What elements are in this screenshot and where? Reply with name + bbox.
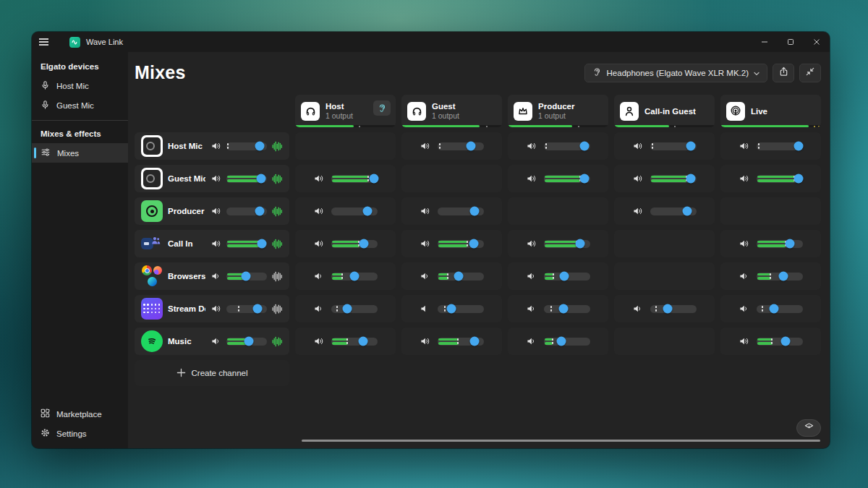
channel-strip-music[interactable]: Music — [135, 328, 289, 355]
speaker-icon[interactable] — [632, 174, 643, 184]
slider-knob[interactable] — [686, 174, 696, 184]
volume-slider[interactable] — [331, 207, 378, 215]
output-device-select[interactable]: Headphones (Elgato Wave XLR MK.2) — [584, 64, 767, 82]
slider-knob[interactable] — [793, 174, 803, 184]
volume-slider[interactable] — [438, 273, 484, 281]
mix-cell-guest-mic-host[interactable] — [295, 165, 396, 192]
sidebar-item-guest-mic[interactable]: Guest Mic — [32, 95, 128, 115]
slider-knob[interactable] — [343, 304, 352, 314]
close-button[interactable] — [804, 32, 830, 52]
slider-knob[interactable] — [793, 142, 803, 151]
create-channel-button[interactable]: Create channel — [135, 360, 289, 386]
mix-cell-browsers-host[interactable] — [295, 262, 396, 290]
slider-knob[interactable] — [470, 337, 480, 346]
effects-waveform-icon[interactable] — [272, 239, 283, 249]
volume-slider[interactable] — [650, 305, 697, 313]
slider-knob[interactable] — [686, 142, 696, 151]
volume-slider[interactable] — [226, 338, 267, 346]
speaker-icon[interactable] — [210, 239, 221, 249]
slider-knob[interactable] — [683, 207, 692, 216]
volume-slider[interactable] — [757, 273, 803, 281]
channel-strip-host-mic[interactable]: Host Mic — [135, 132, 289, 160]
volume-slider[interactable] — [226, 273, 267, 281]
speaker-icon[interactable] — [526, 174, 537, 184]
volume-slider[interactable] — [650, 207, 697, 215]
share-button[interactable] — [773, 64, 794, 82]
slider-knob[interactable] — [580, 174, 590, 184]
menu-button[interactable] — [32, 32, 55, 52]
volume-slider[interactable] — [544, 273, 590, 281]
mix-cell-guest-mic-live[interactable] — [720, 165, 821, 192]
effects-waveform-icon[interactable] — [272, 206, 283, 217]
effects-waveform-icon[interactable] — [272, 271, 283, 282]
slider-knob[interactable] — [350, 272, 359, 281]
volume-slider[interactable] — [650, 175, 697, 183]
speaker-icon[interactable] — [632, 206, 643, 216]
slider-knob[interactable] — [469, 239, 478, 249]
mix-cell-producer-guest[interactable] — [401, 197, 502, 225]
volume-slider[interactable] — [757, 142, 803, 150]
slider-knob[interactable] — [575, 239, 584, 249]
speaker-icon[interactable] — [210, 206, 221, 216]
slider-knob[interactable] — [252, 304, 262, 314]
volume-slider[interactable] — [226, 142, 267, 150]
volume-slider[interactable] — [226, 175, 267, 183]
mix-cell-host-mic-call-in-guest[interactable] — [614, 132, 715, 160]
mix-cell-guest-mic-producer[interactable] — [508, 165, 608, 192]
slider-knob[interactable] — [779, 272, 788, 281]
mix-cell-call-in-guest[interactable] — [401, 230, 502, 257]
mix-cell-host-mic-live[interactable] — [720, 132, 821, 160]
mix-column-header-host[interactable]: Host1 output — [295, 95, 396, 127]
speaker-icon[interactable] — [739, 174, 749, 184]
speaker-icon[interactable] — [420, 239, 430, 249]
volume-slider[interactable] — [331, 305, 378, 313]
slider-knob[interactable] — [770, 304, 779, 314]
speaker-icon[interactable] — [739, 271, 749, 281]
volume-slider[interactable] — [438, 207, 484, 215]
channel-strip-guest-mic[interactable]: Guest Mic — [135, 165, 289, 192]
slider-knob[interactable] — [359, 239, 368, 249]
mix-cell-producer-call-in-guest[interactable] — [614, 197, 715, 225]
sidebar-item-mixes[interactable]: Mixes — [32, 143, 128, 163]
mix-cell-call-in-host[interactable] — [295, 230, 396, 257]
speaker-icon[interactable] — [526, 141, 537, 151]
volume-slider[interactable] — [438, 338, 484, 346]
speaker-icon[interactable] — [632, 304, 643, 314]
channel-strip-call-in[interactable]: Call In — [135, 230, 289, 257]
speaker-icon[interactable] — [313, 271, 324, 281]
slider-knob[interactable] — [255, 207, 264, 216]
slider-knob[interactable] — [257, 174, 266, 184]
mix-cell-host-mic-producer[interactable] — [508, 132, 608, 160]
slider-knob[interactable] — [557, 337, 566, 346]
sidebar-item-settings[interactable]: Settings — [32, 424, 128, 443]
speaker-icon[interactable] — [313, 304, 324, 314]
mix-cell-stream-deck-host[interactable] — [295, 295, 396, 322]
speaker-icon[interactable] — [420, 336, 430, 346]
mix-column-header-call-in-guest[interactable]: Call-in Guest — [614, 95, 715, 127]
volume-slider[interactable] — [544, 305, 590, 313]
volume-slider[interactable] — [544, 175, 590, 183]
effects-waveform-icon[interactable] — [272, 336, 283, 347]
sidebar-item-marketplace[interactable]: Marketplace — [32, 404, 128, 424]
mix-cell-stream-deck-producer[interactable] — [508, 295, 608, 322]
speaker-icon[interactable] — [313, 206, 324, 216]
monitoring-ear-icon[interactable] — [373, 100, 391, 116]
speaker-icon[interactable] — [739, 336, 749, 346]
slider-knob[interactable] — [362, 207, 372, 216]
horizontal-scrollbar[interactable] — [302, 440, 820, 442]
sidebar-item-host-mic[interactable]: Host Mic — [32, 76, 128, 95]
speaker-icon[interactable] — [420, 141, 430, 151]
mix-cell-music-guest[interactable] — [401, 328, 502, 355]
volume-slider[interactable] — [650, 142, 697, 150]
mix-cell-call-in-live[interactable] — [720, 230, 821, 257]
speaker-icon[interactable] — [526, 304, 537, 314]
slider-knob[interactable] — [447, 304, 456, 314]
volume-slider[interactable] — [331, 240, 378, 248]
slider-knob[interactable] — [258, 239, 267, 249]
mix-cell-music-live[interactable] — [720, 328, 821, 355]
mix-cell-stream-deck-guest[interactable] — [401, 295, 502, 322]
mix-cell-guest-mic-call-in-guest[interactable] — [614, 165, 715, 192]
volume-slider[interactable] — [438, 305, 484, 313]
mix-cell-stream-deck-live[interactable] — [720, 295, 821, 322]
speaker-icon[interactable] — [420, 206, 430, 216]
